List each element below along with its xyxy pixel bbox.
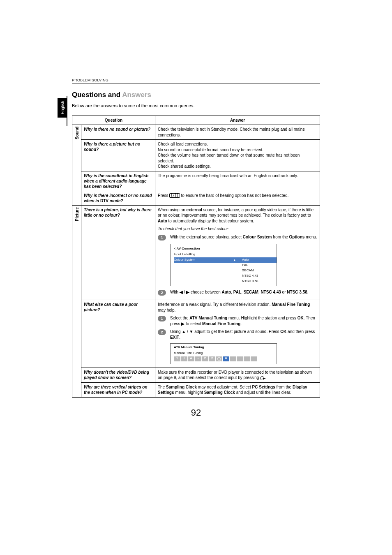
- text: /: [183, 290, 186, 294]
- text: SECAM: [244, 290, 258, 294]
- text: NTSC 3.58: [287, 290, 307, 294]
- text: Using: [170, 329, 182, 334]
- text: Auto: [222, 290, 231, 294]
- q-vertical-stripes: Why are there vertical stripes on the sc…: [81, 382, 155, 397]
- option-auto: Auto: [240, 257, 277, 263]
- language-tab: English: [58, 98, 67, 118]
- q-no-colour: There is a picture, but why is there lit…: [81, 205, 155, 300]
- seg: [251, 356, 257, 361]
- a-no-sound-picture: Check the television is not in Standby m…: [155, 125, 320, 140]
- text: adjust to get the best picture and sound…: [194, 329, 281, 334]
- text: Manual Fine Tuning: [202, 321, 240, 326]
- left-arrow-icon: ◀: [180, 290, 183, 294]
- text: Options: [289, 235, 305, 239]
- text: mode?: [108, 199, 123, 203]
- option-secam: SECAM: [240, 268, 277, 273]
- seg-active: 0: [223, 356, 229, 361]
- text: OK: [280, 329, 286, 334]
- text: choose between: [189, 290, 221, 294]
- a-no-colour: When using an external source, for insta…: [155, 205, 320, 300]
- subtitle-icon: I/II: [169, 193, 180, 198]
- step-1: 1 With the external source playing, sele…: [158, 234, 317, 240]
- step-badge-1: 1: [158, 316, 166, 321]
- text: and then press: [286, 329, 315, 334]
- text: Make sure the media recorder or DVD play…: [158, 370, 312, 380]
- category-sound: Sound: [72, 125, 81, 206]
- title-dark: Questions and: [72, 91, 122, 99]
- text: ATV Manual Tuning: [189, 316, 227, 320]
- colour-system-menu: < AV Connection Input Labelling Colour S…: [170, 244, 277, 287]
- seg-magnify-icon: [216, 356, 222, 361]
- section-header: PROBLEM SOLVING: [72, 78, 320, 83]
- a-video-dvd: Make sure the media recorder or DVD play…: [155, 368, 320, 382]
- q-video-dvd: Why doesn't the video/DVD being played s…: [81, 368, 155, 382]
- text: .: [307, 290, 309, 294]
- text: from the: [275, 385, 293, 389]
- menu-title: < AV Connection: [171, 246, 277, 252]
- step-badge-2: 2: [158, 329, 166, 335]
- text: To check that you have the best colour:: [158, 226, 317, 232]
- seg: C: [202, 356, 208, 361]
- side-rule: [67, 96, 67, 126]
- text: With the external source playing, select: [170, 235, 243, 239]
- seg: [230, 356, 236, 361]
- right-arrow-icon: ▶: [186, 290, 189, 294]
- step-badge-2: 2: [158, 290, 166, 296]
- tuning-subtitle: Manual Fine Tuning: [174, 351, 273, 356]
- title-muted: Answers: [122, 91, 151, 99]
- text: Interference or a weak signal. Try a dif…: [158, 302, 272, 307]
- text: menu.: [304, 235, 317, 239]
- menu-row-selected: Colour System: [174, 257, 240, 263]
- a-dtv-sound: Press I/II to ensure the hard of hearing…: [155, 191, 320, 205]
- a-english-soundtrack: The programme is currently being broadca…: [155, 171, 320, 191]
- menu-label: Input Labelling: [174, 252, 273, 257]
- text: Manual Fine Tuning: [272, 302, 310, 307]
- a-picture-no-sound: Check all lead connections. No sound or …: [155, 140, 320, 171]
- step-badge-1: 1: [158, 235, 166, 240]
- step-text: With the external source playing, select…: [170, 234, 317, 240]
- seg: →: [195, 356, 201, 361]
- text: menu. Highlight the station and press: [227, 316, 297, 320]
- qa-table: Question Answer Sound Why is there no so…: [72, 116, 320, 398]
- text: No sound or unacceptable format sound ma…: [158, 148, 263, 152]
- seg: I: [181, 356, 187, 361]
- text: When using an: [158, 208, 187, 212]
- text: With: [170, 290, 180, 294]
- text: PAL: [233, 290, 241, 294]
- up-arrow-icon: ▲: [182, 329, 186, 334]
- intro-text: Below are the answers to some of the mos…: [72, 103, 320, 108]
- menu-label: Colour System: [174, 258, 234, 262]
- a-vertical-stripes: The Sampling Clock may need adjustment. …: [155, 382, 320, 397]
- seg: [237, 356, 243, 361]
- text: NTSC 4.43: [261, 290, 281, 294]
- text: or: [281, 290, 287, 294]
- header-answer: Answer: [155, 116, 320, 125]
- header-question: Question: [72, 116, 155, 125]
- input-source-icon: [260, 376, 264, 380]
- text: external: [187, 208, 202, 212]
- page-number: 92: [72, 407, 320, 418]
- text: .: [179, 335, 180, 340]
- text: /: [186, 329, 189, 334]
- text: .: [240, 321, 242, 326]
- text: Auto: [158, 219, 167, 223]
- text: Check shared audio settings.: [158, 164, 211, 169]
- manual-tuning-box: ATV Manual Tuning Manual Fine Tuning 1 I…: [170, 343, 277, 364]
- seg: 2: [209, 356, 215, 361]
- text: menu, highlight: [174, 390, 204, 395]
- menu-row: Input Labelling: [171, 252, 277, 257]
- text: PC Settings: [252, 385, 275, 389]
- text: Check the volume has not been turned dow…: [158, 153, 300, 163]
- text: may need adjustment. Select: [197, 385, 252, 389]
- step-1: 1 Select the ATV Manual Tuning menu. Hig…: [158, 315, 317, 326]
- option-ntsc358: NTSC 3.58: [240, 279, 277, 284]
- text: Check all lead connections.: [158, 142, 208, 146]
- q-picture-no-sound: Why is there a picture but no sound?: [81, 140, 155, 171]
- tuning-segments: 1 I A → C 2 0: [174, 356, 273, 361]
- text: Select the: [170, 316, 189, 320]
- text: to select: [184, 321, 202, 326]
- text: DTV: [100, 199, 108, 203]
- tuning-title: ATV Manual Tuning: [174, 345, 273, 350]
- seg: 1: [174, 356, 180, 361]
- step-text: Using ▲ / ▼ adjust to get the best pictu…: [170, 329, 317, 340]
